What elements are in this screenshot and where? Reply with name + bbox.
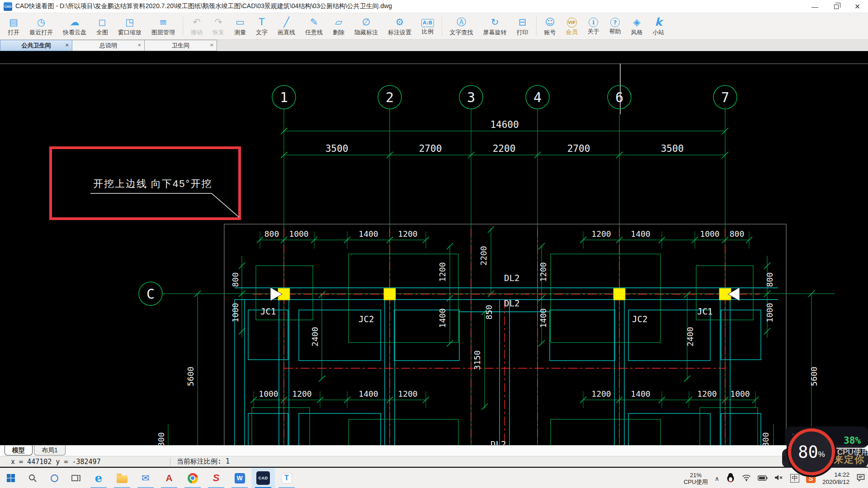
- help-button[interactable]: ? 帮助: [604, 14, 626, 39]
- svg-text:3500: 3500: [326, 143, 349, 154]
- hide-annotation-button[interactable]: ∅ 隐藏标注: [349, 14, 383, 39]
- svg-text:1200: 1200: [292, 389, 311, 399]
- annotation-text: 开挖上边线 向下45°开挖: [93, 178, 212, 189]
- overlay-cpu-stats: 38% CPU使用: [837, 435, 867, 457]
- model-tab[interactable]: 模型: [5, 446, 33, 455]
- taskbar-app-chrome[interactable]: [181, 468, 204, 488]
- taskbar-app-explorer[interactable]: [110, 468, 134, 488]
- volume-muted-tray-icon[interactable]: [774, 474, 783, 483]
- tab-public-restroom[interactable]: 公共卫生间 ×: [0, 40, 72, 51]
- svg-text:2: 2: [386, 89, 394, 105]
- minimize-button[interactable]: —: [804, 0, 826, 13]
- svg-text:1400: 1400: [631, 389, 650, 399]
- draw-line-button[interactable]: ╱ 画直线: [273, 14, 300, 39]
- wifi-tray-icon[interactable]: [742, 474, 751, 483]
- layout1-tab[interactable]: 布局1: [34, 446, 66, 455]
- svg-text:1: 1: [280, 89, 288, 105]
- text-search-icon: Ⓐ: [457, 16, 466, 28]
- tab-close-icon[interactable]: ×: [137, 42, 141, 48]
- svg-text:1000: 1000: [231, 303, 240, 322]
- statusbar: x = 447102 y = -382497 当前标注比例: 1: [0, 456, 868, 467]
- taskbar-app-mail[interactable]: ✉: [134, 468, 157, 488]
- notification-center-button[interactable]: [856, 474, 865, 483]
- freehand-line-button[interactable]: ✎ 任意线: [300, 14, 328, 39]
- svg-text:850: 850: [484, 305, 494, 320]
- recent-open-button[interactable]: ◷ 最近打开: [24, 14, 58, 39]
- svg-text:800: 800: [264, 229, 279, 239]
- redo-button[interactable]: ↷ 恢复: [208, 14, 229, 39]
- cloud-drive-button[interactable]: ☁ 快看云盘: [58, 14, 91, 39]
- restore-button[interactable]: [826, 0, 847, 13]
- cpu-usage-readout: 21% CPU使用: [684, 472, 708, 485]
- print-button[interactable]: ⊟ 打印: [512, 14, 533, 39]
- taskbar-app-edge[interactable]: e: [87, 468, 110, 488]
- svg-text:2200: 2200: [493, 143, 516, 154]
- taskbar: e ✉ A S W CAD T 21% CPU使用 ∧: [0, 468, 868, 488]
- about-button[interactable]: ℹ 关于: [583, 14, 604, 39]
- vip-member-button[interactable]: VIP 会员: [561, 14, 583, 39]
- clock[interactable]: 14:22 2020/8/12: [822, 471, 849, 486]
- close-button[interactable]: ×: [847, 0, 868, 13]
- clock-icon: ◷: [37, 16, 45, 28]
- mini-site-button[interactable]: k 小站: [648, 14, 670, 39]
- svg-text:1200: 1200: [697, 389, 717, 399]
- battery-tray-icon[interactable]: [758, 474, 768, 483]
- layer-manager-button[interactable]: ≡ 图层管理: [146, 14, 180, 39]
- chrome-icon: [188, 473, 198, 483]
- svg-text:JC2: JC2: [632, 314, 647, 324]
- account-button[interactable]: ☺ 账号: [539, 14, 561, 39]
- svg-text:2700: 2700: [419, 143, 442, 154]
- style-button[interactable]: ◈ 风格: [626, 14, 648, 39]
- scale-button[interactable]: A:B 比例: [416, 14, 439, 39]
- foundation-beams: [235, 288, 778, 445]
- tab-general-notes[interactable]: 总说明 ×: [72, 40, 145, 51]
- cad-canvas[interactable]: 1 2 3 4 6 7 C 14600 3500 2700 2200 2700 …: [0, 51, 868, 445]
- search-button[interactable]: [22, 468, 43, 488]
- undo-button[interactable]: ↶ 撤销: [186, 14, 208, 39]
- svg-text:1000: 1000: [765, 303, 774, 322]
- taskbar-app-tencent-docs[interactable]: T: [275, 468, 298, 488]
- window-zoom-button[interactable]: ◳ 窗口缩放: [113, 14, 146, 39]
- open-button[interactable]: ▤ 打开: [3, 14, 24, 39]
- overlay-performance-dial[interactable]: 80 %: [788, 428, 835, 475]
- taskbar-app-cad-viewer[interactable]: CAD: [251, 468, 275, 488]
- svg-text:1200: 1200: [591, 389, 611, 399]
- measure-button[interactable]: ▭ 测量: [229, 14, 251, 39]
- delete-button[interactable]: ▱ 删除: [328, 14, 349, 39]
- svg-text:800: 800: [156, 432, 166, 445]
- screen-rotate-button[interactable]: ↻ 屏幕旋转: [478, 14, 512, 39]
- cloud-icon: ☁: [70, 16, 80, 28]
- full-view-button[interactable]: ◻ 全图: [91, 14, 113, 39]
- taskbar-app-red-s[interactable]: S: [204, 468, 228, 488]
- frame-lines: [0, 64, 868, 445]
- window-zoom-icon: ◳: [125, 16, 134, 28]
- tab-restroom[interactable]: 卫生间 ×: [145, 40, 217, 51]
- restore-icon: [834, 5, 839, 9]
- svg-text:3500: 3500: [661, 143, 684, 154]
- svg-text:800: 800: [730, 229, 745, 239]
- window-title: CAD快速看图 - D:\所以项目\发金鹏达结算资料2020.7.20\竣工图纸…: [15, 2, 392, 10]
- edge-icon: e: [95, 471, 103, 485]
- svg-text:1200: 1200: [591, 229, 611, 239]
- annotation-settings-button[interactable]: ⚙ 标注设置: [383, 14, 416, 39]
- tab-close-icon[interactable]: ×: [65, 42, 69, 48]
- svg-text:DL2: DL2: [504, 273, 519, 283]
- undo-icon: ↶: [193, 16, 201, 28]
- tray-chevron-icon[interactable]: ∧: [715, 475, 719, 482]
- cortana-button[interactable]: [43, 468, 65, 488]
- gear-icon: ⚙: [396, 16, 404, 28]
- text-button[interactable]: T 文字: [251, 14, 273, 39]
- svg-text:1000: 1000: [700, 229, 719, 239]
- taskbar-app-autocad[interactable]: A: [157, 468, 181, 488]
- start-button[interactable]: [0, 468, 22, 488]
- ime-indicator[interactable]: 中: [790, 474, 799, 483]
- task-view-button[interactable]: [65, 468, 87, 488]
- text-search-button[interactable]: Ⓐ 文字查找: [445, 14, 478, 39]
- tab-close-icon[interactable]: ×: [210, 42, 213, 48]
- kuaikan-logo-icon: k: [655, 16, 662, 28]
- qq-tray-icon[interactable]: [726, 473, 735, 484]
- svg-text:JC1: JC1: [260, 306, 276, 316]
- taskbar-app-wps[interactable]: W: [228, 468, 251, 488]
- question-icon: ?: [610, 18, 620, 27]
- vip-icon: VIP: [567, 18, 577, 28]
